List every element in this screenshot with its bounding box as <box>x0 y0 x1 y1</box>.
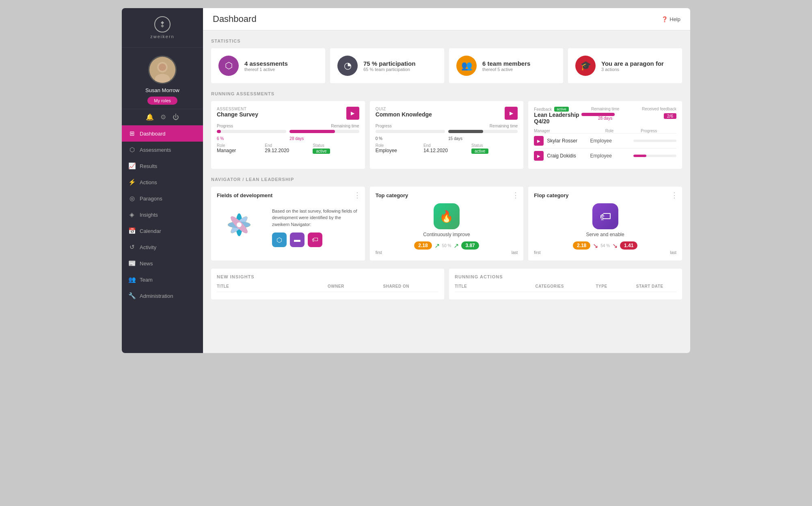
flop-cat-last-label: last <box>670 250 676 255</box>
actions-col-start: Start date <box>636 284 676 289</box>
top-cat-score-middle: 50 % <box>442 243 451 248</box>
fields-menu-dots[interactable]: ⋮ <box>354 191 361 200</box>
quiz-title-area: Quiz Common Knowledge <box>376 107 432 118</box>
quiz-remaining-label: Remaining time <box>490 124 518 128</box>
feedback-remaining-area: Remaining time 28 days <box>581 107 629 125</box>
flop-category-name: Serve and enable <box>534 232 676 237</box>
insights-col-title: Title <box>217 284 328 289</box>
quiz-progress-row: Progress Remaining time <box>376 124 518 128</box>
logo-area: zweikern <box>122 8 203 47</box>
member-play-1[interactable]: ▶ <box>534 151 544 161</box>
stat-card-team: 👥 6 team members thereof 5 active <box>449 48 563 83</box>
quiz-status-badge: active <box>471 149 488 154</box>
top-cat-last-label: last <box>512 250 518 255</box>
notification-icon[interactable]: 🔔 <box>146 113 154 121</box>
sidebar-item-calendar[interactable]: 📅 Calendar <box>122 223 203 239</box>
logo-icon <box>154 16 171 32</box>
feedback-member-progress-1 <box>633 155 676 157</box>
sidebar-item-paragons[interactable]: ◎ Paragons <box>122 190 203 207</box>
sidebar-item-results[interactable]: 📈 Results <box>122 158 203 174</box>
stat-info-assessments: 4 assessments thereof 1 active <box>244 60 318 72</box>
top-cat-menu-dots[interactable]: ⋮ <box>512 191 519 200</box>
assessment-remaining-value: 28 days <box>289 136 359 141</box>
feedback-card-lean-leadership: Feedback active Lean Leadership Q4/20 Re… <box>528 101 682 169</box>
feedback-type-label: Feedback <box>534 107 552 112</box>
assessment-end-label: End <box>265 143 311 148</box>
assessment-type-label: Assessment <box>217 107 258 111</box>
team-icon: 👥 <box>128 276 136 283</box>
settings-icon[interactable]: ⚙ <box>160 113 166 121</box>
quiz-end-label: End <box>423 143 470 148</box>
actions-section-title: RUNNING ACTIONS <box>455 274 676 279</box>
stat-icon-team: 👥 <box>456 56 477 76</box>
actions-col-categories: Categories <box>536 284 596 289</box>
activity-icon: ↺ <box>128 243 136 251</box>
cat-icon-2: 🏷 <box>308 233 322 247</box>
profile-name: Susan Morrow <box>145 87 179 93</box>
top-cat-score-labels: first last <box>376 250 518 255</box>
flop-cat-score-last: 1.41 <box>620 241 637 250</box>
sidebar-item-dashboard[interactable]: ⊞ Dashboard <box>122 125 203 142</box>
assessment-progress-bar-container <box>217 130 286 133</box>
flop-category-title: Flop category <box>534 192 676 198</box>
feedback-remaining-value: 28 days <box>581 116 629 121</box>
sidebar-label-calendar: Calendar <box>140 228 161 234</box>
stat-info-team: 6 team members thereof 5 active <box>482 60 556 72</box>
assessment-status-badge: active <box>313 149 330 154</box>
avatar-image <box>149 57 175 83</box>
assessment-meta-end: End 29.12.2020 <box>265 143 311 154</box>
flop-cat-first-label: first <box>534 250 540 255</box>
assessment-remaining-bar-container <box>289 130 359 133</box>
feedback-member-prog-fill-1 <box>633 155 646 157</box>
sidebar-item-activity[interactable]: ↺ Activity <box>122 239 203 255</box>
fields-text-area: Based on the last survey, following fiel… <box>272 208 359 248</box>
sidebar-item-assessments[interactable]: ⬡ Assessments <box>122 142 203 158</box>
quiz-progress-label: Progress <box>376 124 392 128</box>
profile-section: Susan Morrow My roles <box>122 47 203 109</box>
feedback-member-prog-bar-1 <box>633 155 676 157</box>
sidebar-item-actions[interactable]: ⚡ Actions <box>122 174 203 190</box>
actions-col-title: Title <box>455 284 536 289</box>
assessment-progress-bar <box>217 130 221 133</box>
flop-cat-menu-dots[interactable]: ⋮ <box>671 191 678 200</box>
quiz-end-value: 14.12.2020 <box>423 148 470 153</box>
sidebar-label-news: News <box>140 261 153 267</box>
sidebar-label-activity: Activity <box>140 244 156 250</box>
svg-point-2 <box>155 74 170 84</box>
news-icon: 📰 <box>128 260 136 267</box>
dashboard-icon: ⊞ <box>128 130 136 137</box>
statistics-section-title: STATISTICS <box>211 39 682 43</box>
my-roles-button[interactable]: My roles <box>147 97 177 105</box>
feedback-member-role-0: Employee <box>590 138 633 144</box>
assessment-meta-status: Status active <box>313 143 359 154</box>
feedback-header-row: Feedback active Lean Leadership Q4/20 Re… <box>534 107 676 125</box>
logout-icon[interactable]: ⏻ <box>173 113 179 121</box>
running-actions-card: RUNNING ACTIONS Title Categories Type St… <box>449 269 682 299</box>
sidebar-item-team[interactable]: 👥 Team <box>122 271 203 288</box>
assessment-role-label: Role <box>217 143 263 148</box>
main-content: Dashboard ❓ Help STATISTICS ⬡ 4 assessme… <box>203 8 690 353</box>
calendar-icon: 📅 <box>128 227 136 235</box>
quiz-remaining-bar-container <box>448 130 518 133</box>
help-button[interactable]: ❓ Help <box>661 16 680 22</box>
feedback-received-area: Received feedback 2/6 <box>629 107 676 125</box>
insights-col-shared: Shared on <box>383 284 439 289</box>
fields-dev-title: Fields of development <box>217 192 359 198</box>
sidebar-item-news[interactable]: 📰 News <box>122 255 203 271</box>
sidebar-item-administration[interactable]: 🔧 Administration <box>122 288 203 304</box>
assessment-play-button[interactable]: ▶ <box>346 107 359 120</box>
fields-content: Based on the last survey, following fiel… <box>217 202 359 252</box>
member-play-0[interactable]: ▶ <box>534 136 544 146</box>
quiz-play-button[interactable]: ▶ <box>505 107 518 120</box>
fields-of-development-card: ⋮ Fields of development <box>211 187 365 261</box>
top-category-score-row: 2.18 ↗ 50 % ↗ 3.87 <box>376 241 518 250</box>
sidebar-label-actions: Actions <box>140 179 157 185</box>
cat-icon-1: ▬ <box>290 233 304 247</box>
sidebar-item-insights[interactable]: ◈ Insights <box>122 207 203 223</box>
feedback-manager-col: Manager <box>534 129 605 133</box>
quiz-role-label: Role <box>376 143 422 148</box>
assessment-meta-role: Role Manager <box>217 143 263 154</box>
assessment-remaining-bar <box>289 130 335 133</box>
stat-card-paragon: 🎓 You are a paragon for 3 actions <box>568 48 682 83</box>
quiz-progress-bar-container <box>376 130 445 133</box>
